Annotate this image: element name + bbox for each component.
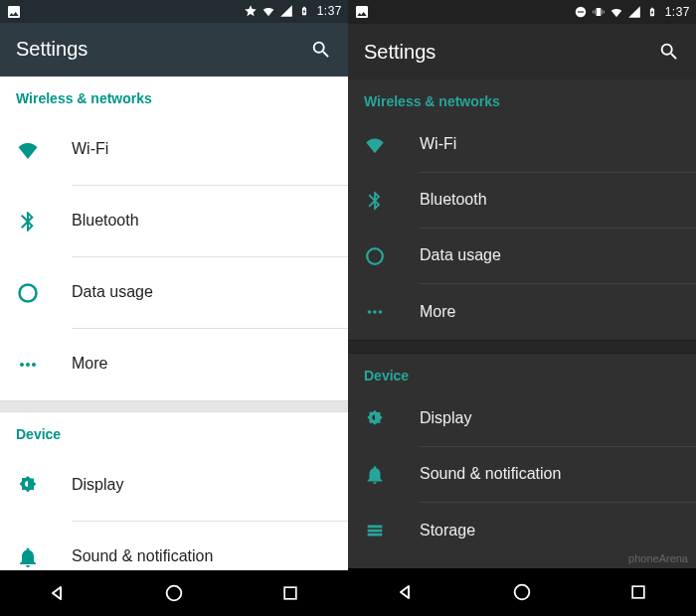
settings-item-label: Sound & notification — [420, 465, 696, 484]
settings-item-bluetooth[interactable]: Bluetooth — [348, 173, 696, 229]
settings-item-data-usage[interactable]: Data usage — [0, 257, 348, 329]
svg-point-11 — [379, 310, 383, 314]
battery-charging-icon — [297, 4, 311, 18]
status-time: 1:37 — [665, 5, 690, 19]
section-header-wireless: Wireless & networks — [348, 79, 696, 117]
data-usage-icon — [364, 245, 420, 267]
settings-item-label: Storage — [420, 522, 696, 540]
settings-item-sound[interactable]: Sound & notification — [0, 522, 348, 571]
back-button[interactable] — [44, 579, 72, 607]
home-button[interactable] — [508, 578, 536, 606]
settings-item-label: Data usage — [72, 283, 348, 302]
section-divider — [0, 400, 348, 412]
recents-button[interactable] — [276, 579, 304, 607]
dnd-icon — [574, 5, 588, 19]
settings-item-label: More — [72, 355, 348, 374]
svg-rect-7 — [578, 11, 584, 12]
settings-item-label: Bluetooth — [420, 191, 696, 210]
settings-screen-light: 1:37 Settings Wireless & networks Wi-Fi … — [0, 0, 348, 616]
settings-item-bluetooth[interactable]: Bluetooth — [0, 186, 348, 257]
brightness-icon — [16, 474, 72, 498]
picture-icon — [354, 4, 370, 20]
section-divider — [348, 340, 696, 354]
picture-icon — [6, 4, 22, 20]
settings-item-storage[interactable]: Storage — [348, 503, 696, 558]
section-header-device: Device — [348, 354, 696, 391]
section-header-device: Device — [0, 412, 348, 450]
settings-item-wifi[interactable]: Wi-Fi — [0, 114, 348, 186]
navigation-bar — [0, 570, 348, 616]
data-usage-icon — [16, 281, 72, 305]
settings-item-sound[interactable]: Sound & notification — [348, 447, 696, 503]
more-horiz-icon — [16, 353, 72, 377]
status-bar: 1:37 — [0, 0, 348, 23]
settings-item-label: Wi-Fi — [72, 140, 348, 159]
settings-item-display[interactable]: Display — [348, 391, 696, 447]
status-bar: 1:37 — [348, 0, 696, 24]
settings-item-label: Wi-Fi — [420, 135, 696, 154]
settings-item-wifi[interactable]: Wi-Fi — [348, 117, 696, 173]
settings-list: Wireless & networks Wi-Fi Bluetooth Data… — [0, 77, 348, 571]
search-icon[interactable] — [658, 41, 680, 63]
bluetooth-icon — [364, 190, 420, 212]
navigation-bar — [348, 568, 696, 616]
settings-item-label: Display — [420, 409, 696, 428]
settings-item-label: More — [420, 303, 696, 322]
bell-icon — [16, 545, 72, 569]
battery-charging-icon — [645, 5, 659, 19]
settings-item-label: Bluetooth — [72, 212, 348, 231]
settings-screen-dark: 1:37 Settings Wireless & networks Wi-Fi … — [348, 0, 696, 616]
settings-item-label: Sound & notification — [72, 547, 348, 566]
wifi-icon — [16, 138, 72, 162]
vibrate-icon — [592, 5, 606, 19]
svg-point-8 — [367, 248, 383, 264]
settings-item-label: Data usage — [420, 246, 696, 265]
settings-item-more[interactable]: More — [0, 329, 348, 400]
star-icon — [244, 4, 258, 18]
settings-item-display[interactable]: Display — [0, 450, 348, 522]
status-time: 1:37 — [317, 4, 342, 18]
recents-button[interactable] — [624, 578, 652, 606]
settings-item-more[interactable]: More — [348, 284, 696, 340]
wifi-icon — [261, 4, 275, 18]
svg-rect-5 — [284, 587, 296, 599]
wifi-icon — [364, 134, 420, 156]
section-header-wireless: Wireless & networks — [0, 77, 348, 114]
back-button[interactable] — [392, 578, 420, 606]
svg-rect-13 — [632, 586, 644, 598]
svg-point-12 — [515, 585, 530, 600]
app-bar: Settings — [0, 23, 348, 77]
wifi-icon — [609, 5, 623, 19]
app-title: Settings — [16, 38, 87, 61]
svg-point-0 — [20, 284, 37, 301]
storage-icon — [364, 520, 420, 541]
home-button[interactable] — [160, 579, 188, 607]
svg-point-4 — [167, 586, 182, 601]
search-icon[interactable] — [310, 39, 332, 61]
svg-point-10 — [373, 310, 377, 314]
svg-point-9 — [368, 310, 372, 314]
settings-list: Wireless & networks Wi-Fi Bluetooth Data… — [348, 79, 696, 568]
app-bar: Settings — [348, 24, 696, 79]
brightness-icon — [364, 408, 420, 430]
bell-icon — [364, 464, 420, 486]
svg-point-2 — [26, 363, 30, 367]
app-title: Settings — [364, 41, 435, 64]
signal-icon — [279, 4, 293, 18]
signal-icon — [627, 5, 641, 19]
svg-point-3 — [32, 363, 36, 367]
bluetooth-icon — [16, 210, 72, 233]
settings-item-data-usage[interactable]: Data usage — [348, 229, 696, 284]
svg-point-1 — [20, 363, 24, 367]
settings-item-label: Display — [72, 476, 348, 495]
more-horiz-icon — [364, 301, 420, 323]
